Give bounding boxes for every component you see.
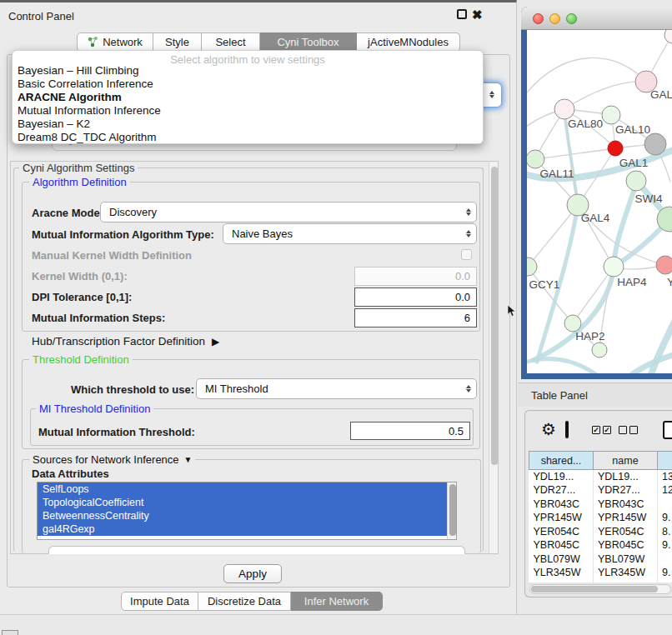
network-node[interactable] <box>527 258 537 276</box>
bottom-divider <box>0 614 672 615</box>
network-node[interactable] <box>564 315 581 332</box>
table-row[interactable]: YBL079WYBL079W <box>529 552 672 567</box>
hub-section-toggle[interactable]: Hub/Transcription Factor Definition ▶ <box>32 335 219 348</box>
table-cell <box>658 552 672 567</box>
network-node[interactable] <box>602 106 620 124</box>
network-window-titlebar[interactable] <box>521 7 672 30</box>
table-cell: YDL19... <box>594 470 658 484</box>
expand-arrow-icon[interactable]: ▼ <box>184 455 193 464</box>
aracne-mode-combobox[interactable]: Discovery <box>100 202 477 222</box>
select-all-columns-icon[interactable]: ✓ ✓ <box>592 426 611 434</box>
algorithm-option[interactable]: Bayesian – K2 <box>18 118 90 130</box>
float-window-icon[interactable] <box>457 9 467 19</box>
tab-discretize-data[interactable]: Discretize Data <box>198 592 291 611</box>
network-icon <box>88 37 98 48</box>
kernel-width-field[interactable]: 0.0 <box>354 267 477 286</box>
network-node[interactable] <box>626 171 646 191</box>
split-panel-icon[interactable] <box>565 421 569 438</box>
zoom-traffic-light-icon[interactable] <box>566 13 577 24</box>
export-table-icon[interactable] <box>663 421 672 439</box>
mi-steps-field[interactable]: 6 <box>354 308 477 328</box>
which-threshold-label: Which threshold to use: <box>71 383 194 396</box>
mi-threshold-label: Mutual Information Threshold: <box>38 426 195 438</box>
mi-threshold-field[interactable]: 0.5 <box>350 422 470 440</box>
column-header-clipped[interactable] <box>658 452 672 470</box>
column-header-shared-name[interactable]: shared... <box>529 452 594 470</box>
algorithm-option[interactable]: Mutual Information Inference <box>18 104 161 117</box>
list-scrollbar-thumb[interactable] <box>449 484 456 536</box>
table-cell: YLR345W <box>529 566 594 580</box>
network-node[interactable] <box>644 133 666 155</box>
network-node[interactable] <box>608 141 623 156</box>
bottom-tabbar: Impute Data Discretize Data Infer Networ… <box>121 592 383 611</box>
network-node-label: GAL80 <box>568 118 603 130</box>
network-edge <box>564 82 646 109</box>
table-row[interactable]: YLR345WYLR345W9. <box>529 566 672 580</box>
network-node[interactable] <box>592 342 607 358</box>
table-row[interactable]: YDL19...YDL19...13 <box>529 470 672 484</box>
mi-type-combobox[interactable]: Naive Bayes <box>223 223 477 244</box>
close-traffic-light-icon[interactable] <box>533 13 544 24</box>
manual-kernel-label: Manual Kernel Width Definition <box>32 249 192 262</box>
tab-infer-network[interactable]: Infer Network <box>291 592 383 611</box>
table-row[interactable]: YIL052CYIL052C9 <box>529 580 672 583</box>
network-canvas-container: GALGAL80GAL10GAL1GAL11SWI4GAL4GCY1HAP4YH… <box>527 30 672 373</box>
network-node[interactable] <box>604 257 624 277</box>
tab-network[interactable]: Network <box>77 32 153 52</box>
tab-impute-data[interactable]: Impute Data <box>121 592 198 611</box>
close-icon[interactable]: ✖ <box>472 8 483 22</box>
list-scrollbar[interactable] <box>447 482 456 539</box>
gear-icon[interactable]: ⚙ <box>541 419 556 439</box>
algorithm-option[interactable]: Basic Correlation Inference <box>18 78 153 90</box>
tab-style[interactable]: Style <box>153 32 202 52</box>
table-cell: YDR27... <box>529 483 594 498</box>
table-row[interactable]: YDR27...YDR27...12 <box>529 483 672 498</box>
tab-select[interactable]: Select <box>202 32 260 52</box>
table-row[interactable]: YPR145WYPR145W9. <box>529 511 672 525</box>
list-item[interactable]: gal4RGexp <box>38 522 456 536</box>
network-canvas[interactable]: GALGAL80GAL10GAL1GAL11SWI4GAL4GCY1HAP4YH… <box>527 30 672 373</box>
network-node[interactable] <box>554 99 574 119</box>
tab-cyni-toolbox[interactable]: Cyni Toolbox <box>260 32 357 52</box>
bottom-left-chip[interactable] <box>2 630 18 635</box>
tab-style-label: Style <box>165 36 189 48</box>
list-item[interactable]: TopologicalCoefficient <box>38 496 456 509</box>
settings-scrollbar-thumb[interactable] <box>491 167 498 465</box>
algorithm-option[interactable]: Dream8 DC_TDC Algorithm <box>18 131 157 143</box>
network-node[interactable] <box>664 30 672 43</box>
algorithm-option-selected[interactable]: ARACNE Algorithm <box>18 91 122 103</box>
clipped-control <box>48 546 465 554</box>
network-node[interactable] <box>527 150 544 168</box>
dpi-tolerance-field[interactable]: 0.0 <box>354 288 477 307</box>
tab-jactivemnodules[interactable]: jActiveMNodules <box>357 32 460 52</box>
list-item[interactable]: BetweennessCentrality <box>38 509 456 522</box>
table-row[interactable]: YBR045CYBR045C9. <box>529 538 672 552</box>
column-header-name[interactable]: name <box>594 452 658 470</box>
table-cell: YBR043C <box>529 498 594 512</box>
settings-scrollbar[interactable] <box>489 162 498 553</box>
table-cell: 12 <box>658 483 672 498</box>
network-node[interactable] <box>656 256 672 274</box>
network-edge <box>527 58 646 97</box>
table-row[interactable]: YER054CYER054C8. <box>529 525 672 539</box>
deselect-all-columns-icon[interactable] <box>619 426 638 434</box>
algorithm-definition-title: Algorithm Definition <box>29 176 130 188</box>
apply-button[interactable]: Apply <box>223 564 282 583</box>
table-hscrollbar[interactable] <box>529 584 671 594</box>
table-cell: YIL052C <box>594 580 658 583</box>
dpi-tolerance-value: 0.0 <box>455 291 470 303</box>
table-hscrollbar-thumb[interactable] <box>531 586 658 592</box>
which-threshold-combobox[interactable]: MI Threshold <box>196 378 477 399</box>
hub-section-label: Hub/Transcription Factor Definition <box>32 335 205 348</box>
table-row[interactable]: YBR043CYBR043C <box>529 498 672 512</box>
mi-threshold-value: 0.5 <box>449 425 464 438</box>
kernel-width-value: 0.0 <box>455 270 470 282</box>
list-item[interactable]: SelfLoops <box>38 482 456 496</box>
manual-kernel-checkbox[interactable] <box>461 249 472 260</box>
minimize-traffic-light-icon[interactable] <box>549 13 560 24</box>
screenshot-root: Control Panel ✖ Network Style Select <box>0 0 672 635</box>
control-panel-title: Control Panel <box>8 10 74 22</box>
table-cell: 8. <box>658 525 672 539</box>
network-node-label: Y <box>667 276 672 288</box>
algorithm-option[interactable]: Bayesian – Hill Climbing <box>18 64 139 77</box>
